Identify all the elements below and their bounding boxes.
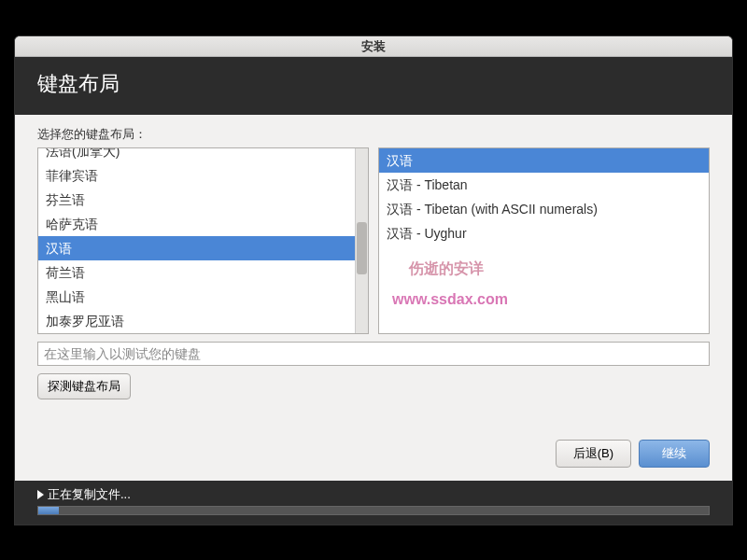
page-title: 键盘布局 (37, 72, 120, 95)
progress-bar (37, 506, 710, 515)
progress-text: 正在复制文件... (48, 486, 131, 503)
list-item[interactable]: 法语(加拿大) (38, 148, 355, 163)
scrollbar[interactable] (355, 148, 368, 333)
progress-area: 正在复制文件... (15, 481, 732, 525)
window-title: 安装 (361, 39, 386, 53)
back-button[interactable]: 后退(B) (556, 440, 631, 468)
variant-listbox[interactable]: 汉语汉语 - Tibetan汉语 - Tibetan (with ASCII n… (378, 147, 710, 334)
list-item[interactable]: 菲律宾语 (38, 163, 355, 188)
window-titlebar: 安装 (15, 36, 732, 57)
language-listbox[interactable]: 法语(加拿大)菲律宾语芬兰语哈萨克语汉语荷兰语黑山语加泰罗尼亚语捷克 (37, 147, 369, 334)
expand-triangle-icon (37, 490, 44, 499)
list-item[interactable]: 加泰罗尼亚语 (38, 309, 355, 333)
detect-layout-button[interactable]: 探测键盘布局 (37, 373, 131, 399)
list-item[interactable]: 汉语 (38, 236, 355, 260)
list-item[interactable]: 汉语 (379, 148, 709, 173)
keyboard-test-input[interactable] (37, 342, 710, 366)
scroll-thumb[interactable] (357, 222, 367, 273)
language-list-inner: 法语(加拿大)菲律宾语芬兰语哈萨克语汉语荷兰语黑山语加泰罗尼亚语捷克 (38, 148, 355, 333)
list-item[interactable]: 汉语 - Tibetan (with ASCII numerals) (379, 197, 709, 221)
content-area: 选择您的键盘布局： 法语(加拿大)菲律宾语芬兰语哈萨克语汉语荷兰语黑山语加泰罗尼… (15, 115, 732, 440)
footer-buttons: 后退(B) 继续 (15, 440, 732, 481)
progress-fill (38, 507, 59, 514)
installer-window: 安装 键盘布局 选择您的键盘布局： 法语(加拿大)菲律宾语芬兰语哈萨克语汉语荷兰… (14, 35, 733, 525)
progress-label-row[interactable]: 正在复制文件... (37, 486, 710, 503)
list-item[interactable]: 汉语 - Uyghur (379, 221, 709, 245)
list-item[interactable]: 芬兰语 (38, 188, 355, 212)
list-item[interactable]: 汉语 - Tibetan (379, 173, 709, 197)
page-header: 键盘布局 (15, 57, 732, 115)
prompt-label: 选择您的键盘布局： (37, 126, 710, 143)
continue-button[interactable]: 继续 (639, 440, 710, 468)
list-item[interactable]: 黑山语 (38, 285, 355, 309)
layout-lists: 法语(加拿大)菲律宾语芬兰语哈萨克语汉语荷兰语黑山语加泰罗尼亚语捷克 汉语汉语 … (37, 147, 710, 334)
list-item[interactable]: 哈萨克语 (38, 212, 355, 236)
list-item[interactable]: 荷兰语 (38, 260, 355, 285)
